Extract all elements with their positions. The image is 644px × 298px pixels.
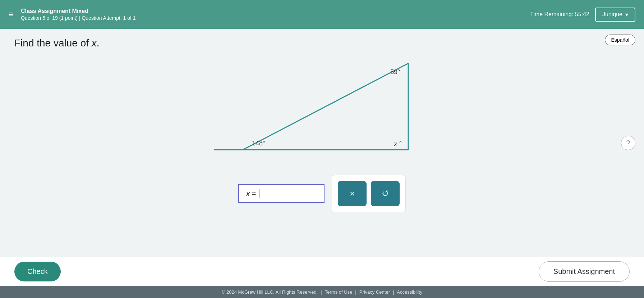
privacy-center-link[interactable]: Privacy Center: [359, 289, 390, 295]
main-content: Español Find the value of x. 59° 148° x …: [0, 29, 644, 257]
time-remaining: Time Remaining: 55:42: [530, 11, 589, 18]
angle-bottom-right-label: x °: [394, 140, 401, 148]
question-text: Find the value of x.: [14, 37, 630, 49]
diagram-area: 59° 148° x °: [14, 56, 630, 164]
header-title: Class Assignment Mixed: [21, 8, 136, 14]
angle-top-label: 59°: [390, 68, 400, 76]
header-right: Time Remaining: 55:42 Junique ▾: [530, 8, 635, 22]
input-area: x = × ↺: [14, 175, 630, 212]
footer-divider-2: |: [355, 289, 356, 295]
question-text-after: .: [97, 37, 100, 49]
chevron-down-icon: ▾: [625, 11, 628, 18]
submit-assignment-button[interactable]: Submit Assignment: [539, 261, 630, 282]
help-button[interactable]: ?: [621, 136, 635, 150]
clear-button[interactable]: ×: [338, 181, 367, 206]
header-subtitle: Question 5 of 19 (1 point) | Question At…: [21, 15, 136, 21]
user-label: Junique: [602, 11, 622, 18]
footer-divider-3: |: [393, 289, 394, 295]
header-info: Class Assignment Mixed Question 5 of 19 …: [21, 8, 136, 21]
keypad-box: × ↺: [332, 175, 406, 212]
question-text-before: Find the value of: [14, 37, 92, 49]
footer: © 2024 McGraw Hill LLC. All Rights Reser…: [0, 286, 644, 298]
language-button[interactable]: Español: [605, 35, 635, 45]
triangle-diagram: 59° 148° x °: [214, 56, 430, 164]
copyright-text: © 2024 McGraw Hill LLC. All Rights Reser…: [222, 289, 318, 295]
cursor: [259, 189, 259, 198]
terms-of-use-link[interactable]: Terms of Use: [325, 289, 353, 295]
svg-line-2: [243, 63, 408, 150]
bottom-bar: Check Submit Assignment: [0, 257, 644, 286]
menu-icon[interactable]: ≡: [9, 9, 14, 19]
user-button[interactable]: Junique ▾: [595, 8, 635, 22]
input-label: x =: [246, 190, 256, 198]
header: ≡ Class Assignment Mixed Question 5 of 1…: [0, 0, 644, 29]
angle-bottom-left-label: 148°: [252, 140, 265, 147]
question-variable: x: [92, 37, 97, 49]
footer-divider-1: |: [321, 289, 322, 295]
check-button[interactable]: Check: [14, 262, 61, 281]
undo-button[interactable]: ↺: [371, 181, 400, 206]
accessibility-link[interactable]: Accessibility: [397, 289, 422, 295]
answer-input-box[interactable]: x =: [238, 184, 325, 203]
